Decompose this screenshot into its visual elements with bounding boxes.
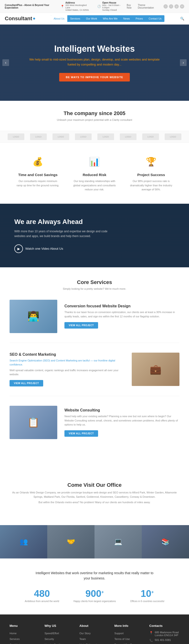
- clock-icon: 🕐: [97, 5, 101, 8]
- footer-about-1[interactable]: Our Story: [79, 632, 91, 635]
- visit-office-section: Come Visit Our Office As an Orlando Web …: [0, 470, 189, 518]
- visit-office-desc1: As an Orlando Web Design Company, we pro…: [10, 490, 179, 499]
- footer-moreinfo-2[interactable]: Terms of Use: [114, 638, 130, 640]
- footer-whyus-3[interactable]: Header Quality: [44, 643, 62, 644]
- feature-title-time: Time and Cost Savings: [15, 173, 61, 177]
- footer-menu-home[interactable]: Home: [10, 632, 17, 635]
- footer-menu-work[interactable]: Our Work: [10, 643, 21, 644]
- nav-news[interactable]: News: [120, 15, 133, 22]
- address-label: Address: [65, 2, 90, 4]
- footer-whyus-list: Speed/Effort Security Header Quality Cus…: [44, 631, 74, 644]
- footer-moreinfo-3[interactable]: Terms of Our Terms: [114, 643, 137, 644]
- footer-col-moreinfo: More Info Support Terms of Use Terms of …: [114, 624, 144, 644]
- footer-about-list: Our Story Team Main Philosophy Values Re…: [79, 631, 110, 644]
- footer-phone-text: 501 401-9381: [155, 638, 171, 642]
- features-section: 💰 Time and Cost Savings Our consultants …: [0, 143, 189, 204]
- hero-title: Intelligent Websites: [28, 44, 161, 54]
- footer-whyus-heading: Why US: [44, 624, 74, 628]
- core-services-header: Core Services Simply looking for a prett…: [10, 279, 179, 290]
- partner-logo-3: LOGO: [53, 134, 69, 140]
- stats-row: 480 Ambitious from around the world 900 …: [10, 588, 179, 602]
- service-image-3: 📋: [10, 406, 57, 439]
- always-ahead-description: With more than 10 years of knowledge and…: [14, 229, 110, 239]
- twitter-icon[interactable]: t: [169, 4, 173, 8]
- service-img-placeholder-2: 💼: [132, 352, 179, 386]
- google-icon[interactable]: g: [174, 4, 179, 8]
- nav-work[interactable]: Our Work: [83, 15, 100, 22]
- play-icon: ▶: [14, 244, 23, 253]
- linkedin-icon[interactable]: in: [180, 4, 184, 8]
- footer-phone: 📞 501 401-9381: [149, 638, 179, 642]
- nav-contact[interactable]: Contact Us: [146, 15, 164, 22]
- watch-video-button[interactable]: ▶ Watch one Video About Us: [14, 244, 63, 253]
- search-button[interactable]: 🔍: [180, 17, 184, 20]
- stat-item-3: 10 + Offices in 6 countries successful: [130, 588, 164, 602]
- service-row-3: 📋 Website Consulting Need help with your…: [10, 406, 179, 449]
- footer-phone-icon: 📞: [149, 639, 153, 642]
- footer-col-about: About Our Story Team Main Philosophy Val…: [79, 624, 110, 644]
- top-bar-links[interactable]: Buy Now Theme Documentation: [127, 4, 160, 9]
- partner-logo-8: LOGO: [165, 134, 181, 140]
- office-photo-2: 🤝: [47, 525, 95, 558]
- footer-address-text: 685 Markmore Road: [155, 631, 179, 634]
- service-content-3: Website Consulting Need help with your e…: [64, 408, 179, 437]
- footer-grid: Menu Home Services Our Work Who Are We B…: [10, 624, 179, 644]
- stat-label-3: Offices in 6 countries successful: [130, 600, 164, 602]
- office-photo-3: 💻: [95, 525, 142, 558]
- address-line2: United States, CA 92591: [65, 9, 90, 11]
- footer-about-heading: About: [79, 624, 110, 628]
- service-btn-3[interactable]: VIEW ALL PROJECT: [64, 430, 98, 437]
- logo: Consultant: [5, 16, 35, 22]
- footer-city-text: London ENG14 34P: [155, 634, 179, 636]
- footer-whyus-1[interactable]: Speed/Effort: [44, 632, 59, 635]
- footer-moreinfo-1[interactable]: Support: [114, 632, 124, 635]
- facebook-icon[interactable]: f: [163, 4, 168, 8]
- service-content-1: Conversion focused Website Design Thanks…: [64, 304, 179, 328]
- service-image-2: 💼: [132, 352, 179, 386]
- nav-prices[interactable]: Prices: [133, 15, 146, 22]
- service-title-2: SEO & Content Marketing: [10, 352, 125, 357]
- feature-icon-time: 💰: [31, 155, 45, 169]
- partner-logo-6: LOGO: [120, 134, 136, 140]
- hours-block: 🕐 Open House Mon - Sat 9:00am - 5:00pm S…: [97, 2, 127, 11]
- service-desc-2: Well spread valuable content, organic ra…: [10, 368, 125, 377]
- partner-logo-4: LOGO: [75, 134, 92, 140]
- theme-docs-link[interactable]: Theme Documentation: [138, 4, 160, 9]
- service-btn-2[interactable]: VIEW ALL PROJECT: [10, 380, 43, 386]
- hero-cta-button[interactable]: BE WAYS TO IMPROVE YOUR WEBSITE: [59, 73, 130, 82]
- nav-who[interactable]: Who Are We: [100, 15, 120, 22]
- footer: Menu Home Services Our Work Who Are We B…: [0, 614, 189, 644]
- core-services-section: Core Services Simply looking for a prett…: [0, 267, 189, 470]
- core-services-title: Core Services: [10, 279, 179, 286]
- buy-now-link[interactable]: Buy Now: [127, 4, 135, 9]
- stat-number-3: 10 +: [130, 588, 164, 599]
- service-row-1: 👨‍💻 Conversion focused Website Design Th…: [10, 300, 179, 343]
- feature-icon-risk: 📊: [87, 155, 102, 169]
- hero-prev-button[interactable]: ‹: [3, 59, 9, 66]
- nav-services[interactable]: Services: [67, 15, 83, 22]
- footer-about-2[interactable]: Team: [79, 638, 86, 640]
- service-btn-1[interactable]: VIEW ALL PROJECT: [64, 322, 98, 328]
- hours-label: Open House: [102, 2, 127, 4]
- footer-about-3[interactable]: Main Philosophy: [79, 643, 99, 644]
- main-nav: About Us Services Our Work Who Are We Ne…: [51, 15, 164, 22]
- social-icons-top: f t g in: [163, 4, 184, 8]
- footer-menu-services[interactable]: Services: [10, 638, 20, 640]
- stat-item-1: 480 Ambitious from around the world: [25, 588, 59, 602]
- footer-menu-list: Home Services Our Work Who Are We Blog C…: [10, 631, 40, 644]
- feature-title-risk: Reduced Risk: [72, 173, 117, 177]
- footer-location-icon: 📍: [149, 631, 153, 636]
- nav-about[interactable]: About Us: [51, 15, 67, 22]
- visit-office-title: Come Visit Our Office: [10, 482, 179, 488]
- hero-next-button[interactable]: ›: [180, 59, 186, 66]
- partner-logo-1: LOGO: [8, 134, 24, 140]
- footer-contacts-heading: Contacts: [149, 624, 179, 628]
- office-photos: 👥 🤝 💻 📚: [0, 525, 189, 558]
- footer-whyus-2[interactable]: Security: [44, 638, 54, 640]
- hours-line2: Sunday Closed: [102, 9, 127, 11]
- service-highlight-2: Search Engine Optimization (SEO) and Con…: [10, 358, 125, 367]
- feature-time-cost: 💰 Time and Cost Savings Our consultants …: [12, 155, 64, 192]
- header: Consultant About Us Services Our Work Wh…: [0, 13, 189, 24]
- partner-logo-7: LOGO: [142, 134, 159, 140]
- address-line1: 333 West Mockingbird Lane: [65, 4, 90, 9]
